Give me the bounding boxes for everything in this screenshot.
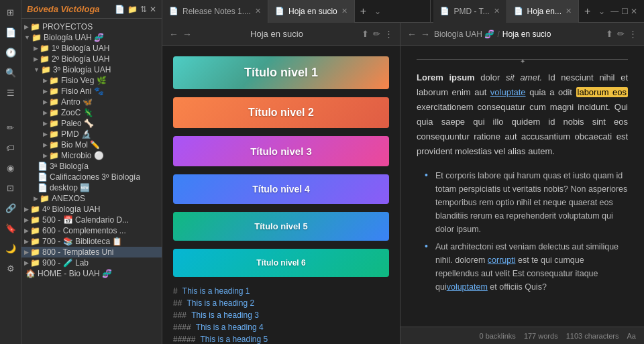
item-label: Antro 🦋: [61, 97, 93, 107]
list-item[interactable]: ▶ 📁 Paleo 🦴: [21, 118, 162, 129]
list-item[interactable]: ▶ 📁 ZooC 🦎: [21, 107, 162, 118]
forward-right-icon[interactable]: →: [421, 29, 430, 40]
sidebar-graph-icon[interactable]: ◉: [1, 158, 20, 177]
sidebar-search-icon[interactable]: 🔍: [1, 63, 20, 82]
sidebar-menu-icon[interactable]: ☰: [1, 83, 20, 102]
sidebar-blocks-icon[interactable]: ⊡: [1, 178, 20, 197]
sidebar-tag-icon[interactable]: 🏷: [1, 138, 20, 157]
heading-list-item[interactable]: ### This is a heading 3: [173, 309, 389, 321]
item-label: HOME - Bio UAH 🧬: [38, 269, 112, 278]
font-size-toggle[interactable]: Aa: [627, 332, 636, 340]
tab-close-icon[interactable]: ✕: [566, 7, 572, 15]
sidebar-link-icon[interactable]: 🔗: [1, 198, 20, 217]
sidebar-settings-icon[interactable]: ⚙: [1, 259, 20, 278]
close-tree-icon[interactable]: ✕: [150, 5, 156, 14]
back-icon[interactable]: ←: [169, 29, 178, 40]
list-item[interactable]: 📄 Calificaciones 3º Biología: [21, 172, 162, 182]
item-label: Fisio Veg 🌿: [61, 76, 107, 85]
link-text[interactable]: voluptate: [490, 87, 526, 97]
item-label: 900 - 🧪 Lab: [42, 258, 89, 268]
tab-hoja-sucio-left[interactable]: 📄 Hoja en sucio ✕: [268, 0, 355, 23]
hash-symbol: #: [173, 286, 178, 296]
item-label: PMD 🔬: [61, 129, 91, 139]
edit-mode-icon[interactable]: ✏: [373, 29, 380, 39]
backlinks-count[interactable]: 0 backlinks: [479, 332, 515, 340]
list-item[interactable]: ▶ 📁 600 - Complementos ...: [21, 225, 162, 236]
heading-label: Título nivel 6: [256, 258, 305, 268]
tab-close-icon[interactable]: ✕: [341, 7, 347, 15]
list-item[interactable]: ▶ 📁 4º Biología UAH: [21, 204, 162, 215]
sidebar-layout-icon[interactable]: ⊞: [1, 3, 20, 21]
tab-release-notes[interactable]: 📄 Release Notes 1.... ✕: [162, 0, 268, 23]
list-item[interactable]: ▶ 📁 Bio Mol ✏️: [21, 139, 162, 150]
file-tree-panel: Bóveda Victóloga 📄 📁 ⇅ ✕ ▶ 📁 PROYECTOS ▼…: [21, 0, 162, 344]
forward-icon[interactable]: →: [182, 29, 192, 40]
tab-add-right-button[interactable]: +: [579, 5, 596, 17]
sidebar-file-icon[interactable]: 📄: [1, 23, 20, 42]
sidebar-bookmark-icon[interactable]: 🔖: [1, 219, 20, 237]
list-item[interactable]: 🏠 HOME - Bio UAH 🧬: [21, 268, 162, 279]
new-folder-icon[interactable]: 📁: [127, 5, 138, 14]
folder-icon: 📁: [30, 226, 40, 235]
sidebar-edit-icon[interactable]: ✏: [1, 118, 20, 137]
edit-right-icon[interactable]: ✏: [617, 29, 625, 39]
list-item[interactable]: 📄 desktop 🆕: [21, 182, 162, 193]
tab-chevron-icon[interactable]: ⌄: [372, 7, 384, 16]
export-right-icon[interactable]: ⬆: [606, 29, 613, 39]
arrow-icon: ▶: [43, 131, 48, 137]
list-item[interactable]: ▼ 📁 Biología UAH 🧬: [21, 32, 162, 43]
arrow-icon: ▶: [43, 99, 48, 105]
list-item[interactable]: 📄 3ª Biología: [21, 161, 162, 172]
list-item[interactable]: ▶ 📁 2º Biología UAH: [21, 54, 162, 64]
export-icon[interactable]: ⬆: [362, 29, 369, 39]
more-options-icon[interactable]: ⋮: [384, 29, 393, 39]
sidebar-clock-icon[interactable]: 🕐: [1, 43, 20, 62]
heading-list-item[interactable]: #### This is a heading 4: [173, 321, 389, 333]
list-item[interactable]: ▶ 📁 1º Biología UAH: [21, 43, 162, 54]
folder-icon: 📁: [32, 33, 42, 42]
list-item[interactable]: ▶ 📁 ANEXOS: [21, 193, 162, 204]
item-label: ZooC 🦎: [61, 108, 93, 117]
tab-file-icon: 📄: [514, 7, 523, 15]
tab-pmd[interactable]: 📄 PMD - T... ✕: [433, 0, 506, 23]
list-item[interactable]: ▶ 📁 900 - 🧪 Lab: [21, 257, 162, 268]
window-controls[interactable]: — ☐ ✕: [608, 7, 640, 16]
list-item[interactable]: ▶ 📁 700 - 📚 Biblioteca 📋: [21, 236, 162, 247]
heading-list-item[interactable]: # This is a heading 1: [173, 285, 389, 297]
list-item[interactable]: ▼ 📁 3º Biología UAH: [21, 64, 162, 75]
sidebar-moon-icon[interactable]: 🌙: [1, 239, 20, 257]
item-label: Microbio ⚪: [61, 151, 104, 160]
list-item[interactable]: ▶ 📁 PROYECTOS: [21, 21, 162, 32]
new-note-icon[interactable]: 📄: [115, 5, 125, 14]
link-text-2[interactable]: voluptatem: [447, 282, 488, 292]
list-item[interactable]: ▶ 📁 Fisio Veg 🌿: [21, 75, 162, 86]
heading-list-item[interactable]: ## This is a heading 2: [173, 297, 389, 309]
arrow-icon: ▶: [24, 206, 29, 213]
breadcrumb-parent[interactable]: Biología UAH 🧬: [434, 30, 494, 39]
arrow-icon: ▶: [43, 88, 48, 95]
list-item[interactable]: ▶ 📁 PMD 🔬: [21, 129, 162, 139]
arrow-icon: ▶: [43, 109, 48, 116]
back-right-icon[interactable]: ←: [407, 29, 417, 40]
more-right-icon[interactable]: ⋮: [629, 29, 637, 39]
list-item[interactable]: ▶ 📁 500 - 📅 Calendario D...: [21, 215, 162, 225]
link-text[interactable]: corrupti: [488, 255, 516, 265]
list-item[interactable]: ▶ 📁 800 - Templates Uni: [21, 247, 162, 257]
folder-icon: 📁: [49, 140, 59, 150]
tab-chevron-right-icon[interactable]: ⌄: [596, 7, 608, 16]
tab-hoja-sucio-right[interactable]: 📄 Hoja en... ✕: [507, 0, 579, 23]
tab-close-icon[interactable]: ✕: [494, 7, 500, 15]
paragraph-text: dolor: [475, 72, 506, 82]
tab-close-icon[interactable]: ✕: [255, 7, 261, 15]
arrow-icon: ▶: [34, 195, 38, 202]
tab-group-left: 📄 Release Notes 1.... ✕ 📄 Hoja en sucio …: [162, 0, 426, 23]
list-item[interactable]: ▶ 📁 Microbio ⚪: [21, 150, 162, 161]
list-item[interactable]: ▶ 📁 Antro 🦋: [21, 97, 162, 107]
list-item[interactable]: ▶ 📁 Fisio Ani 🐾: [21, 86, 162, 97]
item-label: desktop 🆕: [50, 183, 90, 192]
tab-add-button[interactable]: +: [355, 5, 372, 17]
tab-group-right: 📄 PMD - T... ✕ 📄 Hoja en... ✕ + ⌄ — ☐ ✕: [430, 0, 640, 23]
item-label: 3ª Biología: [50, 162, 89, 171]
sort-icon[interactable]: ⇅: [140, 5, 147, 14]
heading-list-item[interactable]: ##### This is a heading 5: [173, 333, 389, 344]
